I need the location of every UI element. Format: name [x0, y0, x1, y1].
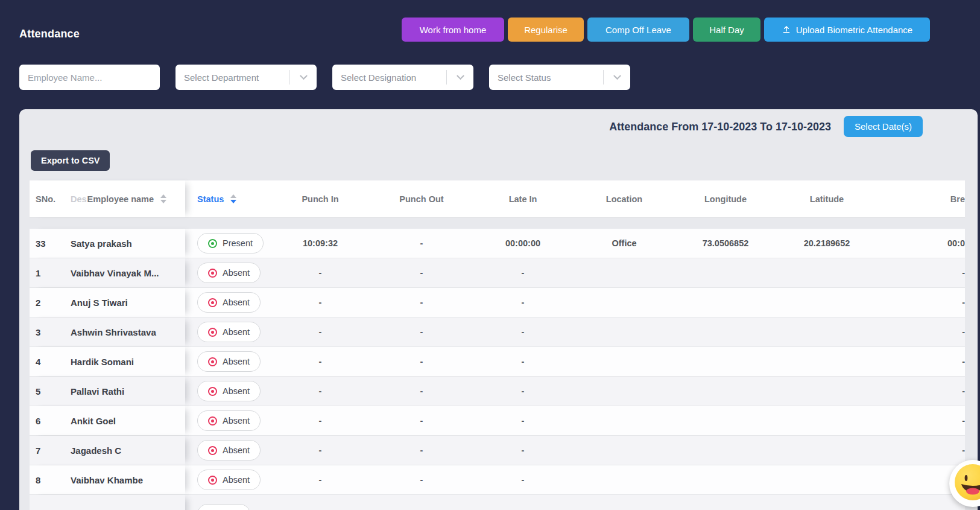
status-pill[interactable]: Absent	[197, 470, 261, 490]
table-row: 3Ashwin ShrivastavaAbsent----	[30, 317, 965, 347]
column-header-break[interactable]: Bre	[877, 180, 965, 217]
table-row: 1Vaibhav Vinayak M...Absent----	[30, 258, 965, 288]
sticky-row-block: 33Satya prakash	[30, 229, 185, 258]
table-row: 2Anuj S TiwariAbsent----	[30, 288, 965, 317]
cell-late-in: 00:00:00	[472, 229, 574, 258]
status-pill[interactable]: Absent	[197, 440, 261, 461]
circle-dot-icon	[208, 239, 217, 248]
cell-employee-name: Ankit Goel	[71, 406, 185, 435]
status-pill[interactable]: Absent	[197, 410, 261, 431]
cell-latitude: 20.2189652	[776, 229, 877, 258]
status-label: Absent	[223, 445, 250, 455]
cell-status: Absent	[185, 465, 270, 494]
cell-punch-out: -	[371, 465, 472, 494]
status-label: Present	[223, 238, 253, 248]
column-header-longitude[interactable]: Longitude	[675, 180, 776, 217]
sticky-row-block: 4Hardik Somani	[30, 347, 185, 376]
cell-status: Absent	[185, 317, 270, 346]
chat-widget-button[interactable]	[949, 460, 980, 507]
circle-dot-icon	[208, 416, 217, 426]
department-select[interactable]: Select Department	[175, 65, 317, 90]
column-header-location[interactable]: Location	[574, 180, 675, 217]
cell-break: -	[877, 317, 965, 346]
column-header-employee-name[interactable]: Des Employee name	[71, 180, 185, 217]
cell-punch-in: -	[270, 465, 371, 494]
cell-sno: 6	[30, 406, 71, 435]
cell-status: Absent	[185, 406, 270, 435]
comp-off-leave-button[interactable]: Comp Off Leave	[587, 18, 689, 42]
circle-dot-icon	[208, 357, 217, 366]
cell-longitude	[675, 495, 776, 510]
cell-break: -	[877, 258, 965, 287]
table-row: 8Vaibhav KhambeAbsent----	[30, 465, 965, 495]
cell-punch-out: -	[371, 258, 472, 287]
cell-status: Present	[185, 229, 270, 258]
cell-punch-in: -	[270, 258, 371, 287]
circle-dot-icon	[208, 269, 217, 278]
filter-bar: Select Department Select Designation Sel…	[19, 65, 630, 90]
cell-punch-in: -	[270, 288, 371, 317]
cell-late-in: -	[472, 347, 574, 376]
cell-late-in: -	[472, 377, 574, 406]
export-to-csv-button[interactable]: Export to CSV	[31, 150, 110, 171]
smiley-emoji-icon	[953, 463, 980, 504]
employee-name-header-label: Employee name	[87, 194, 154, 204]
chevron-down-icon	[447, 75, 473, 80]
work-from-home-button[interactable]: Work from home	[402, 18, 504, 42]
cell-status	[185, 495, 270, 510]
half-day-button[interactable]: Half Day	[693, 18, 760, 42]
cell-break: -	[877, 288, 965, 317]
status-select-value: Select Status	[498, 72, 603, 83]
column-header-status[interactable]: Status	[185, 180, 270, 217]
status-pill[interactable]	[197, 504, 250, 510]
cell-punch-out: -	[371, 406, 472, 435]
cell-punch-in: -	[270, 317, 371, 346]
cell-break: -	[877, 436, 965, 465]
column-header-punch-in[interactable]: Punch In	[270, 180, 371, 217]
table-row: 4Hardik SomaniAbsent----	[30, 347, 965, 377]
column-header-sno[interactable]: SNo.	[30, 180, 71, 217]
circle-dot-icon	[208, 387, 217, 396]
cell-longitude	[675, 347, 776, 376]
cell-latitude	[776, 347, 877, 376]
designation-select[interactable]: Select Designation	[332, 65, 473, 90]
cell-location	[574, 288, 675, 317]
sort-icon[interactable]	[160, 194, 166, 203]
cell-employee-name: Jagadesh C	[71, 436, 185, 465]
status-label: Absent	[223, 416, 250, 426]
upload-biometric-attendance-button[interactable]: Upload Biometric Attendance	[764, 18, 930, 42]
cell-punch-in: -	[270, 377, 371, 406]
employee-name-input[interactable]	[19, 65, 160, 90]
cell-latitude	[776, 258, 877, 287]
cell-latitude	[776, 436, 877, 465]
chevron-down-icon	[604, 75, 630, 80]
regularise-button[interactable]: Regularise	[508, 18, 584, 42]
column-header-punch-out[interactable]: Punch Out	[371, 180, 472, 217]
circle-dot-icon	[208, 476, 217, 485]
upload-icon	[782, 25, 791, 34]
status-pill[interactable]: Present	[197, 233, 264, 253]
cell-punch-in: 10:09:32	[270, 229, 371, 258]
status-pill[interactable]: Absent	[197, 322, 261, 342]
table-header-row: SNo. Des Employee name Status Punch In P…	[30, 180, 965, 218]
column-header-designation-ghost: Des	[71, 194, 87, 204]
select-dates-button[interactable]: Select Date(s)	[844, 116, 923, 137]
cell-punch-out	[371, 495, 472, 510]
status-pill[interactable]: Absent	[197, 263, 261, 283]
status-select[interactable]: Select Status	[489, 65, 630, 90]
cell-break: -	[877, 406, 965, 435]
status-pill[interactable]: Absent	[197, 292, 261, 313]
cell-late-in: -	[472, 317, 574, 346]
status-pill[interactable]: Absent	[197, 351, 261, 372]
sort-icon[interactable]	[230, 194, 236, 203]
column-header-latitude[interactable]: Latitude	[776, 180, 877, 217]
cell-late-in: -	[472, 288, 574, 317]
status-label: Absent	[223, 386, 250, 396]
cell-punch-out: -	[371, 317, 472, 346]
cell-status: Absent	[185, 288, 270, 317]
status-label: Absent	[223, 268, 250, 278]
status-pill[interactable]: Absent	[197, 381, 261, 401]
cell-location	[574, 258, 675, 287]
cell-latitude	[776, 377, 877, 406]
column-header-late-in[interactable]: Late In	[472, 180, 574, 217]
